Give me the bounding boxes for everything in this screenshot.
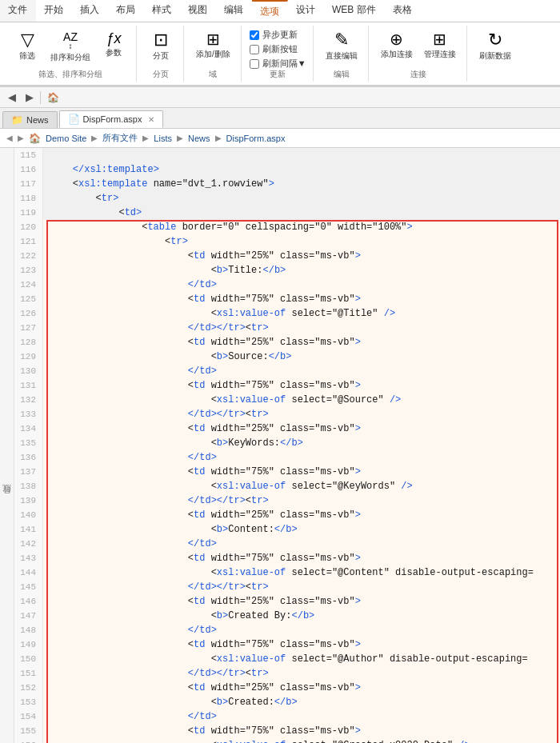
code-line: 120 <table border="0" cellspacing="0" wi…: [14, 220, 560, 234]
line-content: <td width="75%" class="ms-vb">: [43, 551, 560, 565]
line-number: 135: [14, 436, 43, 450]
line-number: 138: [14, 479, 43, 493]
line-number: 143: [14, 551, 43, 565]
tab-file[interactable]: 文件: [0, 0, 36, 22]
code-line: 133 </td></tr><tr>: [14, 407, 560, 421]
params-label: 参数: [106, 47, 122, 58]
line-number: 130: [14, 364, 43, 378]
ribbon-tab-bar: 文件 开始 插入 布局 样式 视图 编辑 选项 设计 WEB 部件 表格: [0, 0, 560, 22]
editing-group-label: 编辑: [315, 69, 368, 80]
sep3: ▶: [177, 134, 183, 142]
refresh-data-button[interactable]: ↻ 刷新数据: [475, 29, 515, 64]
line-number: 142: [14, 537, 43, 551]
direct-edit-button[interactable]: ✎ 直接编辑: [322, 29, 362, 64]
section-button[interactable]: ⊡ 分页: [145, 29, 177, 64]
refresh-interval-checkbox[interactable]: 刷新间隔▼: [250, 58, 306, 70]
line-content: <xsl:value-of select="@Source" />: [43, 393, 560, 407]
tabs-row: 📁 News 📄 DispForm.aspx ✕: [0, 108, 560, 129]
direct-edit-label: 直接编辑: [326, 50, 358, 62]
line-content: <b>Created:</b>: [43, 695, 560, 709]
line-content: </td></tr><tr>: [43, 580, 560, 594]
line-content: <xsl:value-of select="@Author" disable-o…: [43, 652, 560, 666]
line-number: 153: [14, 695, 43, 709]
refresh-btn-input[interactable]: [250, 45, 259, 54]
group-items-connection: ⊕ 添加连接 ⊞ 管理连接: [377, 26, 460, 74]
sort-group-label: 排序和分组: [50, 52, 90, 63]
line-number: 126: [14, 306, 43, 321]
home-icon: 🏠: [29, 133, 41, 144]
line-number: 140: [14, 508, 43, 522]
code-line: 144 <xsl:value-of select="@Content" disa…: [14, 565, 560, 580]
refresh-btn-checkbox[interactable]: 刷新按钮: [250, 43, 306, 55]
line-content: <td width="25%" class="ms-vb">: [43, 335, 560, 350]
section-group-label: 分页: [138, 69, 183, 80]
params-icon: ƒx: [106, 31, 121, 46]
code-line: 129 <b>Source:</b>: [14, 350, 560, 364]
line-number: 119: [14, 206, 43, 220]
tab-design[interactable]: 设计: [288, 0, 324, 22]
breadcrumb-dispform[interactable]: DispForm.aspx: [226, 134, 286, 143]
line-content: <xsl:value-of select="@KeyWords" />: [43, 479, 560, 493]
refresh-interval-input[interactable]: [250, 59, 259, 69]
line-content: <xsl:value-of select="@Content" disable-…: [43, 565, 560, 580]
breadcrumb-lists[interactable]: Lists: [154, 134, 172, 143]
tab-dispform[interactable]: 📄 DispForm.aspx ✕: [59, 110, 164, 128]
code-line: 148 </td>: [14, 623, 560, 637]
tab-style[interactable]: 样式: [144, 0, 180, 22]
line-content: </td></tr><tr>: [43, 666, 560, 681]
tab-view[interactable]: 视图: [180, 0, 216, 22]
nav-forward-button[interactable]: ▶: [22, 90, 37, 105]
tab-news[interactable]: 📁 News: [2, 111, 58, 128]
manage-connection-button[interactable]: ⊞ 管理连接: [420, 29, 460, 62]
code-line: 132 <xsl:value-of select="@Source" />: [14, 393, 560, 407]
code-editor[interactable]: 115116 </xsl:template>117 <xsl:template …: [14, 148, 560, 743]
line-content: <table border="0" cellspacing="0" width=…: [43, 220, 560, 234]
ribbon-group-refresh-data: ↻ 刷新数据: [469, 26, 522, 82]
tab-edit[interactable]: 编辑: [216, 0, 252, 22]
line-content: <xsl:value-of select="@Title" />: [43, 306, 560, 321]
line-content: <td width="25%" class="ms-vb">: [43, 421, 560, 436]
editor-wrapper: 导航 115116 </xsl:template>117 <xsl:templa…: [0, 148, 560, 743]
line-number: 124: [14, 278, 43, 292]
async-update-checkbox[interactable]: 异步更新: [250, 29, 306, 41]
breadcrumb-news[interactable]: News: [188, 134, 210, 143]
async-update-input[interactable]: [250, 30, 259, 40]
filter-button[interactable]: ▽ 筛选: [11, 29, 43, 64]
ribbon-group-editing: ✎ 直接编辑 编辑: [315, 26, 369, 82]
group-items-section: ⊡ 分页: [145, 26, 177, 75]
code-line: 115: [14, 148, 560, 162]
code-line: 138 <xsl:value-of select="@KeyWords" />: [14, 479, 560, 493]
nav-bar: ◀ ▶ 🏠: [0, 87, 560, 108]
code-line: 147 <b>Created By:</b>: [14, 609, 560, 623]
line-number: 116: [14, 162, 43, 177]
nav-back-button[interactable]: ◀: [5, 90, 19, 105]
code-line: 151 </td></tr><tr>: [14, 666, 560, 681]
line-number: 132: [14, 393, 43, 407]
line-number: 123: [14, 263, 43, 278]
add-connection-button[interactable]: ⊕ 添加连接: [377, 29, 417, 62]
tab-options[interactable]: 选项: [252, 0, 288, 22]
nav-home-button[interactable]: 🏠: [44, 90, 62, 105]
dispform-tab-close[interactable]: ✕: [148, 115, 154, 124]
tab-table[interactable]: 表格: [385, 0, 421, 22]
nav-separator: [40, 91, 41, 104]
line-number: 122: [14, 249, 43, 263]
sort-group-button[interactable]: AZ↕ 排序和分组: [46, 29, 94, 66]
breadcrumb-demosite[interactable]: Demo Site: [46, 134, 86, 143]
tab-insert[interactable]: 插入: [72, 0, 108, 22]
line-number: 134: [14, 421, 43, 436]
add-remove-group-label: 域: [186, 69, 241, 80]
sep2: ▶: [142, 134, 149, 142]
tab-home[interactable]: 开始: [36, 0, 72, 22]
tab-web-parts[interactable]: WEB 部件: [324, 0, 385, 22]
refresh-data-icon: ↻: [488, 31, 502, 49]
filter-icon: ▽: [21, 31, 34, 49]
line-content: <td width="25%" class="ms-vb">: [43, 249, 560, 263]
tab-layout[interactable]: 布局: [108, 0, 144, 22]
params-button[interactable]: ƒx 参数: [98, 29, 130, 61]
code-line: 152 <td width="25%" class="ms-vb">: [14, 681, 560, 695]
ribbon-group-section: ⊡ 分页 分页: [138, 26, 184, 82]
add-remove-button[interactable]: ⊞ 添加/删除: [192, 29, 234, 62]
breadcrumb-allfiles[interactable]: 所有文件: [102, 132, 138, 144]
line-number: 117: [14, 177, 43, 191]
